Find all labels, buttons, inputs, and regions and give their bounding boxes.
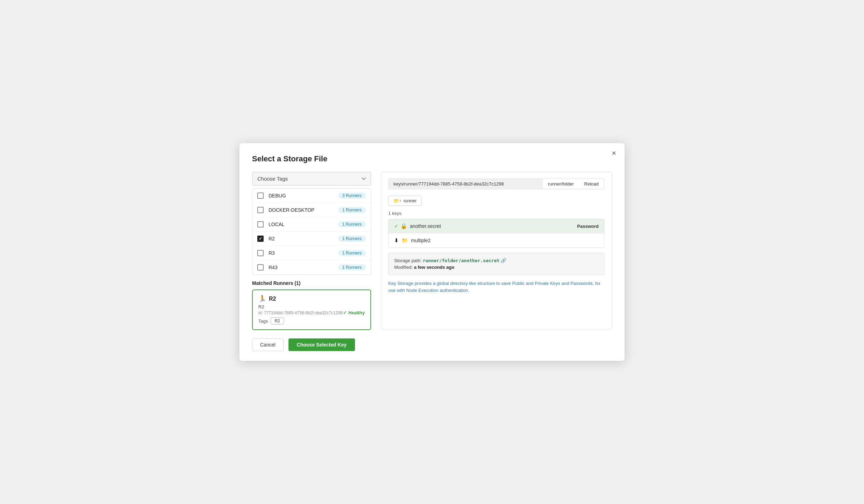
tag-label-debug: DEBUG [269,193,338,198]
runner-id-label: id: [258,310,263,315]
tags-select[interactable]: Choose Tags [252,172,371,186]
tag-badge-debug: 3 Runners [338,192,366,199]
runner-sub-name: R2 [258,304,365,309]
file-name-another-secret: another.secret [410,223,577,229]
modal-body: Choose Tags DEBUG 3 Runners DOCKER-DESKT… [252,172,612,330]
breadcrumb-bar: keys/runner/777194dd-7885-4758-8b2f-dea3… [388,178,605,189]
folder-icon-multiple2: 📁 [402,237,408,244]
tag-row-r3[interactable]: R3 1 Runners [252,246,371,260]
modal-title: Select a Storage File [252,154,612,163]
tag-checkbox-debug[interactable] [257,192,264,199]
tag-checkbox-local[interactable] [257,221,264,227]
tag-checkbox-r3[interactable] [257,250,264,256]
tag-label-docker-desktop: DOCKER-DESKTOP [269,207,338,213]
tag-label-r43: R43 [269,265,338,270]
modal: Select a Storage File × Choose Tags DEBU… [239,143,625,361]
runner-tags-label: Tags [258,318,268,324]
runner-tags-row: Tags R2 [258,317,365,324]
runner-tag-pill: R2 [271,317,284,324]
tag-row-debug[interactable]: DEBUG 3 Runners [252,189,371,203]
healthy-check-icon: ✓ [343,310,347,315]
tag-badge-docker-desktop: 1 Runners [338,207,366,213]
tag-badge-r3: 1 Runners [338,250,366,256]
copy-link-icon[interactable]: 🔗 [501,258,506,263]
runner-id-value: 777194dd-7885-4758-8b2f-dea32c7c1298 [264,310,343,315]
tags-list: DEBUG 3 Runners DOCKER-DESKTOP 1 Runners… [252,188,371,275]
tag-row-r2[interactable]: R2 1 Runners [252,232,371,246]
file-selected-check-icon: ✓ [394,223,398,229]
folder-nav-label: runner [404,198,417,203]
modified-value: a few seconds ago [414,265,454,270]
runner-id: id: 777194dd-7885-4758-8b2f-dea32c7c1298 [258,310,343,315]
runner-icon: 🏃 [258,295,266,303]
tag-label-r2: R2 [269,236,338,241]
file-lock-icon: 🔒 [400,223,407,229]
tag-checkbox-r43[interactable] [257,264,264,271]
runner-card-header: 🏃 R2 [258,295,365,303]
healthy-label: Healthy [348,310,365,315]
modal-footer: Cancel Choose Selected Key [252,338,612,351]
file-row-multiple2[interactable]: ⬇ 📁 multiple2 [389,233,604,247]
left-panel: Choose Tags DEBUG 3 Runners DOCKER-DESKT… [252,172,371,330]
tag-row-local[interactable]: LOCAL 1 Runners [252,217,371,232]
folder-nav-icon: 📁↑ [393,198,402,203]
tag-label-r3: R3 [269,250,338,256]
storage-path-label: Storage path: [394,258,421,263]
reload-button[interactable]: Reload [579,178,605,189]
tag-badge-r43: 1 Runners [338,264,366,271]
runner-id-row: id: 777194dd-7885-4758-8b2f-dea32c7c1298… [258,310,365,315]
keys-count: 1 keys [388,211,605,216]
tag-checkbox-r2[interactable] [257,236,264,242]
right-panel: keys/runner/777194dd-7885-4758-8b2f-dea3… [381,172,612,330]
runner-card: 🏃 R2 R2 id: 777194dd-7885-4758-8b2f-dea3… [252,289,371,330]
tag-badge-local: 1 Runners [338,221,366,227]
tag-row-docker-desktop[interactable]: DOCKER-DESKTOP 1 Runners [252,203,371,217]
storage-modified-line: Modified: a few seconds ago [394,265,599,270]
file-list: ✓ 🔒 another.secret Password ⬇ 📁 multiple… [388,219,605,248]
choose-selected-key-button[interactable]: Choose Selected Key [288,338,355,351]
modified-label: Modified: [394,265,413,270]
file-type-password: Password [577,224,599,229]
close-button[interactable]: × [612,149,616,157]
tag-row-r43[interactable]: R43 1 Runners [252,260,371,274]
tag-badge-r2: 1 Runners [338,236,366,242]
cancel-button[interactable]: Cancel [252,338,284,351]
file-download-icon: ⬇ [394,237,399,244]
storage-path-line: Storage path: runner/folder/another.secr… [394,258,599,263]
file-row-another-secret[interactable]: ✓ 🔒 another.secret Password [389,219,604,233]
info-text: Key Storage provides a global directory-… [388,280,605,294]
storage-path-value: runner/folder/another.secret [423,258,500,263]
matched-runners-title: Matched Runners (1) [252,280,371,286]
breadcrumb-path: keys/runner/777194dd-7885-4758-8b2f-dea3… [388,178,543,189]
runner-healthy-badge: ✓ Healthy [343,310,365,315]
tag-checkbox-docker-desktop[interactable] [257,207,264,213]
storage-info-box: Storage path: runner/folder/another.secr… [388,253,605,275]
folder-nav-button[interactable]: 📁↑ runner [388,196,422,206]
runner-card-name: R2 [269,296,276,302]
tag-label-local: LOCAL [269,222,338,227]
breadcrumb-folder: runner/folder [543,178,579,189]
file-name-multiple2: multiple2 [411,238,599,243]
